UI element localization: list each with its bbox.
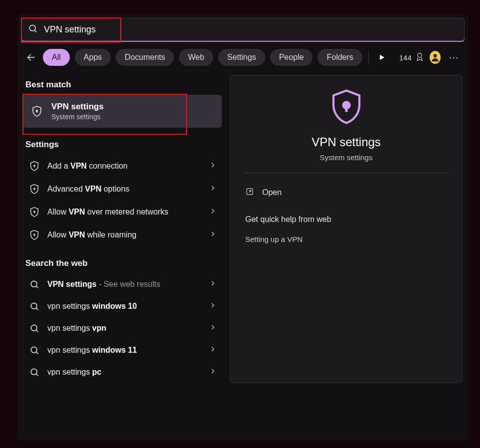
chevron-right-icon xyxy=(209,279,217,289)
result-label: Advanced VPN options xyxy=(47,185,202,194)
svg-line-19 xyxy=(36,308,38,310)
search-icon xyxy=(28,301,40,311)
web-result[interactable]: vpn settings pc xyxy=(23,361,222,383)
user-avatar[interactable] xyxy=(430,51,441,64)
shield-lock-icon xyxy=(28,184,40,195)
filter-divider xyxy=(368,50,369,64)
search-icon xyxy=(28,23,38,35)
shield-lock-icon xyxy=(28,207,40,218)
shield-lock-icon xyxy=(30,105,43,117)
svg-line-1 xyxy=(35,30,37,32)
svg-point-22 xyxy=(31,347,37,353)
result-label: vpn settings pc xyxy=(47,368,202,377)
search-input[interactable] xyxy=(38,24,464,35)
chevron-right-icon xyxy=(209,345,217,355)
open-label: Open xyxy=(262,188,282,197)
result-label: VPN settings - See web results xyxy=(47,280,202,289)
svg-line-25 xyxy=(36,374,38,376)
search-icon xyxy=(28,323,40,333)
result-label: vpn settings windows 10 xyxy=(47,302,202,311)
preview-title: VPN settings xyxy=(312,135,381,149)
web-result[interactable]: vpn settings windows 10 xyxy=(23,295,222,317)
settings-result[interactable]: Advanced VPN options xyxy=(23,178,222,201)
svg-line-17 xyxy=(36,286,38,288)
shield-lock-icon xyxy=(28,229,40,240)
filter-pill-settings[interactable]: Settings xyxy=(218,49,265,66)
svg-point-6 xyxy=(36,110,38,112)
best-match-subtitle: System settings xyxy=(51,113,104,121)
svg-line-23 xyxy=(36,352,38,354)
svg-line-21 xyxy=(36,330,38,332)
preview-shield-lock-icon xyxy=(327,87,366,128)
result-label: vpn settings vpn xyxy=(47,324,202,333)
chevron-right-icon xyxy=(209,323,217,333)
svg-point-16 xyxy=(31,281,37,287)
more-options-button[interactable]: ⋯ xyxy=(446,49,463,65)
svg-point-0 xyxy=(29,25,35,31)
web-result[interactable]: VPN settings - See web results xyxy=(23,273,222,295)
chevron-right-icon xyxy=(209,161,217,171)
open-action[interactable]: Open xyxy=(245,184,448,201)
search-icon xyxy=(28,345,40,355)
preview-pane: VPN settings System settings Open Get qu… xyxy=(230,75,463,383)
annotation-highlight-best-match xyxy=(22,94,187,135)
shield-lock-icon xyxy=(28,161,40,172)
svg-point-24 xyxy=(31,369,37,375)
rewards-points: 144 xyxy=(399,53,412,62)
open-icon xyxy=(245,187,254,198)
svg-point-18 xyxy=(31,303,37,309)
chevron-right-icon xyxy=(209,301,217,311)
best-match-result[interactable]: VPN settings System settings xyxy=(23,95,222,128)
settings-result[interactable]: Allow VPN while roaming xyxy=(23,224,222,246)
filter-pill-people[interactable]: People xyxy=(270,49,313,66)
chevron-right-icon xyxy=(209,184,217,194)
result-label: Allow VPN over metered networks xyxy=(47,208,202,217)
rewards-indicator[interactable]: 144 xyxy=(399,52,425,63)
result-label: vpn settings windows 11 xyxy=(47,346,202,355)
search-icon xyxy=(28,367,40,377)
svg-point-12 xyxy=(34,211,35,212)
quick-help-link[interactable]: Setting up a VPN xyxy=(245,235,448,243)
svg-point-10 xyxy=(34,188,35,189)
web-result[interactable]: vpn settings windows 11 xyxy=(23,339,222,361)
settings-result[interactable]: Add a VPN connection xyxy=(23,155,222,178)
filter-pill-all[interactable]: All xyxy=(43,49,70,66)
chevron-right-icon xyxy=(209,367,217,377)
search-web-heading: Search the web xyxy=(25,258,222,268)
search-bar[interactable] xyxy=(21,18,465,41)
web-result[interactable]: vpn settings vpn xyxy=(23,317,222,339)
best-match-title: VPN settings xyxy=(51,102,104,112)
filter-pill-apps[interactable]: Apps xyxy=(75,49,111,66)
search-icon xyxy=(28,279,40,289)
result-label: Allow VPN while roaming xyxy=(47,230,202,239)
chevron-right-icon xyxy=(209,230,217,240)
svg-point-20 xyxy=(31,325,37,331)
svg-marker-3 xyxy=(380,55,384,60)
filter-pill-documents[interactable]: Documents xyxy=(116,49,174,66)
settings-heading: Settings xyxy=(25,140,222,150)
spotlight-play-button[interactable] xyxy=(375,49,389,66)
svg-point-4 xyxy=(418,53,422,57)
svg-point-14 xyxy=(34,234,35,235)
svg-point-5 xyxy=(434,54,437,57)
back-button[interactable] xyxy=(23,49,38,66)
settings-result[interactable]: Allow VPN over metered networks xyxy=(23,201,222,224)
rewards-badge-icon xyxy=(415,52,425,63)
svg-rect-27 xyxy=(345,107,347,112)
filter-pill-web[interactable]: Web xyxy=(179,49,213,66)
chevron-right-icon xyxy=(209,207,217,217)
result-label: Add a VPN connection xyxy=(47,162,202,171)
svg-point-8 xyxy=(34,165,35,166)
search-panel: All Apps Documents Web Settings People F… xyxy=(17,14,469,441)
preview-subtitle: System settings xyxy=(320,153,373,162)
filter-pill-folders[interactable]: Folders xyxy=(318,49,362,66)
results-column: Best match VPN settings System settings … xyxy=(23,75,222,383)
filter-row: All Apps Documents Web Settings People F… xyxy=(17,41,469,71)
quick-help-heading: Get quick help from web xyxy=(245,215,448,224)
best-match-heading: Best match xyxy=(25,80,222,90)
